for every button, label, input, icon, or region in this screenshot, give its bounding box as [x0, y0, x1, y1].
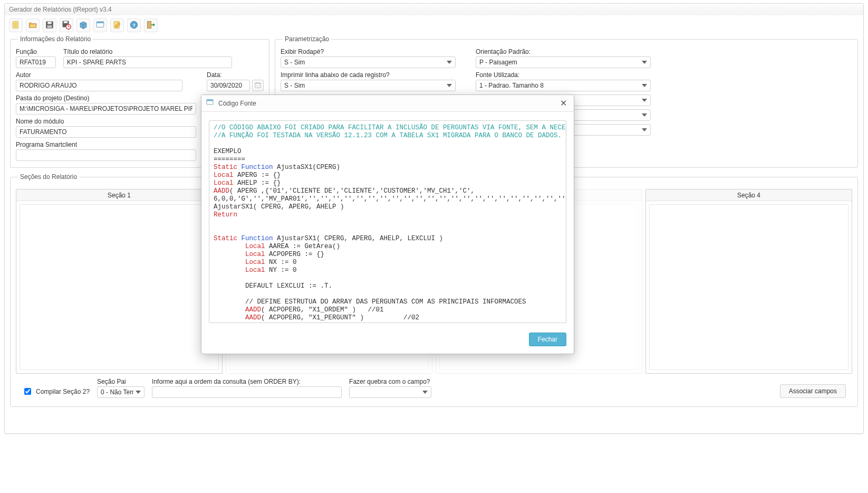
- toolbar-save-button[interactable]: [43, 18, 56, 32]
- new-file-icon: [11, 20, 21, 31]
- svg-rect-24: [207, 100, 213, 101]
- toolbar-exit-button[interactable]: [144, 18, 158, 32]
- help-icon: ?: [129, 20, 139, 31]
- section-col-4: Seção 4: [645, 189, 852, 374]
- app-titlebar: Gerador de Relatórios (tReport) v3.4: [5, 4, 863, 15]
- svg-rect-5: [47, 22, 52, 24]
- section-4-area[interactable]: [649, 204, 848, 370]
- toolbar-edit-note-button[interactable]: [110, 18, 124, 32]
- toolbar-open-button[interactable]: [26, 18, 40, 32]
- section-1-header: Seção 1: [16, 189, 222, 201]
- compilar-label: Compilar Seção 2?: [36, 388, 90, 395]
- dialog-fechar-button[interactable]: Fechar: [529, 333, 566, 346]
- exit-icon: [146, 20, 156, 31]
- autor-input[interactable]: [16, 80, 182, 91]
- titulo-input[interactable]: [63, 56, 232, 68]
- toolbar-new-button[interactable]: [9, 18, 23, 32]
- autor-label: Autor: [16, 71, 199, 79]
- smartclient-input[interactable]: [16, 149, 196, 161]
- compilar-checkbox[interactable]: [24, 388, 31, 395]
- code-textarea[interactable]: //O CÓDIGO ABAIXO FOI CRIADO PARA FACILI…: [209, 120, 566, 323]
- svg-rect-17: [147, 21, 151, 29]
- save-schedule-icon: [62, 20, 71, 31]
- orient-select[interactable]: P - Paisagem: [476, 56, 651, 68]
- open-folder-icon: [28, 20, 37, 31]
- orient-label: Orientação Padrão:: [476, 48, 852, 55]
- svg-point-20: [256, 86, 257, 86]
- fonte-select[interactable]: 1 - Padrao. Tamanho 8: [476, 80, 651, 91]
- svg-text:?: ?: [132, 22, 136, 27]
- sections-footer: Compilar Seção 2? Seção Pai 0 - Não Tem …: [16, 374, 852, 403]
- toolbar-package-button[interactable]: [76, 18, 90, 32]
- pasta-input[interactable]: [16, 103, 196, 115]
- app-window: Gerador de Relatórios (tReport) v3.4: [4, 3, 864, 434]
- svg-point-21: [257, 86, 258, 86]
- app-title: Gerador de Relatórios (tReport) v3.4: [9, 6, 112, 13]
- close-icon: ✕: [560, 98, 567, 108]
- secao-pai-select[interactable]: 0 - Não Tem: [97, 386, 144, 398]
- save-icon: [45, 20, 54, 31]
- data-calendar-button[interactable]: [252, 80, 264, 91]
- data-input[interactable]: [207, 80, 250, 91]
- rodape-label: Exibir Rodapé?: [281, 48, 460, 55]
- section-4-header: Seção 4: [646, 189, 852, 201]
- sections-legend: Seções do Relatório: [18, 173, 79, 181]
- svg-rect-19: [255, 82, 261, 83]
- rodape-select[interactable]: S - Sim: [281, 56, 456, 68]
- fonte-label: Fonte Utilizada:: [476, 71, 852, 79]
- linha-label: Imprimir linha abaixo de cada registro?: [281, 71, 460, 79]
- quebra-label: Fazer quebra com o campo?: [349, 378, 431, 385]
- dialog-title: Código Fonte: [218, 100, 256, 107]
- calendar-icon: [254, 81, 262, 90]
- codigo-fonte-dialog: Código Fonte ✕ //O CÓDIGO ABAIXO FOI CRI…: [201, 94, 574, 354]
- modulo-input[interactable]: [16, 126, 196, 138]
- toolbar-help-button[interactable]: ?: [127, 18, 141, 32]
- associar-button[interactable]: Associar campos: [780, 384, 846, 398]
- svg-point-22: [259, 86, 259, 86]
- compilar-checkbox-wrap[interactable]: Compilar Seção 2?: [22, 386, 90, 398]
- linha-select[interactable]: S - Sim: [281, 80, 456, 91]
- param-legend: Parametrização: [283, 35, 331, 43]
- funcao-input[interactable]: [16, 56, 56, 68]
- titulo-label: Título do relatório: [63, 48, 264, 55]
- svg-rect-13: [97, 22, 104, 23]
- funcao-label: Função: [16, 48, 56, 55]
- section-col-1: Seção 1: [16, 189, 223, 374]
- window-icon: [95, 20, 105, 31]
- secao-pai-label: Seção Pai: [97, 378, 144, 385]
- data-label: Data:: [207, 71, 264, 79]
- toolbar: ?: [5, 15, 863, 35]
- dialog-app-icon: [206, 98, 214, 108]
- package-icon: [79, 20, 88, 31]
- ordem-input[interactable]: [152, 386, 342, 398]
- info-legend: Informações do Relatório: [18, 35, 93, 43]
- svg-rect-8: [64, 21, 68, 23]
- ordem-label: Informe aqui a ordem da consulta (sem OR…: [152, 378, 342, 385]
- dialog-close-button[interactable]: ✕: [557, 97, 570, 110]
- svg-rect-6: [47, 25, 52, 27]
- dialog-titlebar: Código Fonte ✕: [201, 95, 574, 112]
- toolbar-window-button[interactable]: [93, 18, 107, 32]
- section-1-area[interactable]: [20, 204, 219, 370]
- quebra-select[interactable]: [349, 386, 431, 398]
- edit-note-icon: [112, 20, 122, 31]
- toolbar-save-schedule-button[interactable]: [60, 18, 73, 32]
